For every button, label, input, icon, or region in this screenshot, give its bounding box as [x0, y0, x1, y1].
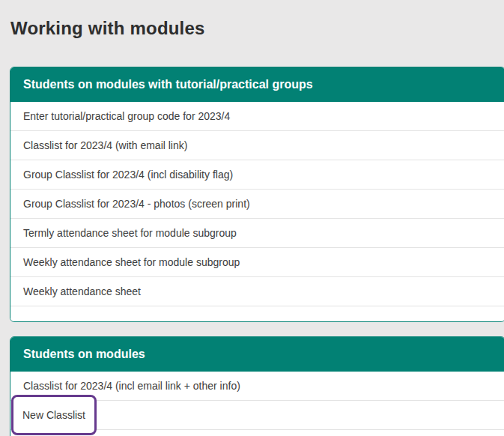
panel-list: Classlist for 2023/4 (incl email link + … [10, 372, 504, 430]
panel-tutorial-practical-groups: Students on modules with tutorial/practi… [10, 67, 504, 322]
panel-header: Students on modules [10, 337, 504, 372]
list-item[interactable]: Weekly attendance sheet [10, 277, 504, 306]
highlight-annotation-box: New Classlist [11, 395, 97, 435]
panel-students-on-modules: Students on modules Classlist for 2023/4… [10, 336, 504, 436]
panel-list: Enter tutorial/practical group code for … [10, 102, 504, 306]
list-item[interactable]: Group Classlist for 2023/4 - photos (scr… [10, 190, 504, 219]
list-item[interactable]: Weekly attendance sheet for module subgr… [10, 248, 504, 277]
list-item-label[interactable]: New Classlist [22, 401, 85, 429]
list-item[interactable]: Enter tutorial/practical group code for … [10, 102, 504, 131]
page-title: Working with modules [10, 18, 504, 39]
panel-header: Students on modules with tutorial/practi… [10, 67, 504, 102]
panel-footer [10, 306, 504, 321]
list-item[interactable]: Classlist for 2023/4 (with email link) [10, 131, 504, 160]
list-item[interactable]: Termly attendance sheet for module subgr… [10, 219, 504, 248]
list-item[interactable]: New Classlist [10, 401, 504, 430]
list-item[interactable]: Group Classlist for 2023/4 (incl disabil… [10, 160, 504, 190]
